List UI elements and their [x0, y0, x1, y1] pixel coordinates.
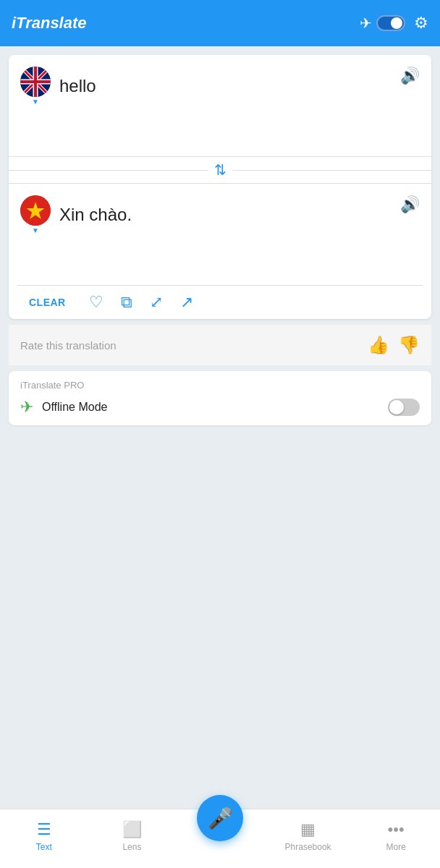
source-flag [20, 67, 51, 97]
airplane-toggle-group[interactable]: ✈ [360, 14, 405, 32]
source-text[interactable]: hello [59, 76, 420, 96]
favorite-button[interactable]: ♡ [89, 293, 103, 312]
copy-button[interactable]: ⧉ [121, 293, 132, 312]
nav-lens[interactable]: ⬜ Lens [88, 809, 177, 868]
nav-text[interactable]: ☰ Text [0, 809, 88, 868]
rate-icons: 👍 👎 [368, 335, 420, 355]
airplane-toggle-switch[interactable] [376, 15, 405, 31]
phrasebook-nav-icon: ▦ [300, 820, 316, 839]
pro-label: iTranslate PRO [20, 380, 420, 391]
target-chevron-icon: ▼ [32, 227, 39, 234]
pro-section: iTranslate PRO ✈ Offline Mode [9, 371, 431, 425]
text-nav-label: Text [36, 842, 52, 852]
thumbs-up-button[interactable]: 👍 [368, 335, 389, 355]
phrasebook-nav-label: Phrasebook [285, 842, 331, 852]
source-speaker-button[interactable]: 🔊 [400, 67, 420, 85]
airplane-icon: ✈ [360, 14, 372, 32]
settings-icon[interactable]: ⚙ [414, 14, 428, 33]
offline-row: ✈ Offline Mode [20, 398, 420, 417]
lens-nav-icon: ⬜ [122, 820, 142, 839]
target-pane[interactable]: ▼ Xin chào. 🔊 [9, 184, 431, 285]
rate-label: Rate this translation [20, 339, 117, 352]
swap-button[interactable]: ⇅ [208, 161, 232, 179]
source-chevron-icon: ▼ [32, 98, 39, 106]
nav-phrasebook[interactable]: ▦ Phrasebook [264, 809, 352, 868]
nav-center: 🎤 [176, 809, 264, 868]
clear-button[interactable]: CLEAR [29, 297, 66, 308]
offline-plane-icon: ✈ [20, 398, 33, 417]
main-content: ▼ hello 🔊 ⇅ ▼ [0, 46, 440, 809]
thumbs-down-button[interactable]: 👎 [398, 335, 420, 355]
nav-more[interactable]: ••• More [352, 809, 440, 868]
translation-card: ▼ hello 🔊 ⇅ ▼ [9, 55, 431, 319]
share-button[interactable]: ↗ [180, 293, 193, 312]
source-lang-selector[interactable]: ▼ [20, 67, 51, 106]
app-header: iTranslate ✈ ⚙ [0, 0, 440, 46]
target-lang-row: ▼ Xin chào. [20, 195, 420, 234]
header-controls: ✈ ⚙ [360, 14, 428, 33]
app-title: iTranslate [12, 14, 87, 33]
translated-text: Xin chào. [59, 205, 420, 225]
expand-button[interactable]: ⤢ [150, 293, 163, 312]
bottom-nav: ☰ Text ⬜ Lens 🎤 ▦ Phrasebook ••• More [0, 809, 440, 868]
source-pane[interactable]: ▼ hello 🔊 [9, 55, 431, 156]
more-nav-icon: ••• [388, 820, 405, 839]
more-nav-label: More [386, 842, 406, 852]
mic-fab-button[interactable]: 🎤 [197, 795, 243, 841]
text-nav-icon: ☰ [37, 820, 51, 839]
offline-toggle[interactable] [388, 399, 420, 416]
target-speaker-button[interactable]: 🔊 [400, 195, 420, 214]
target-lang-selector[interactable]: ▼ [20, 195, 51, 234]
source-lang-row: ▼ hello [20, 67, 420, 106]
action-icons-group: ♡ ⧉ ⤢ ↗ [89, 293, 193, 312]
lens-nav-label: Lens [122, 842, 141, 852]
swap-row: ⇅ [9, 156, 431, 184]
mic-icon: 🎤 [208, 807, 233, 830]
target-flag [20, 195, 51, 226]
offline-mode-label: Offline Mode [42, 401, 379, 414]
action-bar: CLEAR ♡ ⧉ ⤢ ↗ [17, 285, 423, 319]
rate-section: Rate this translation 👍 👎 [9, 325, 431, 365]
